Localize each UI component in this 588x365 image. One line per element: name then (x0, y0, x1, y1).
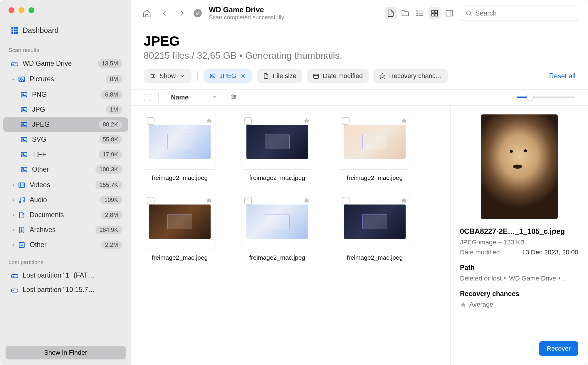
forward-button[interactable] (176, 7, 188, 19)
minimize-window-icon[interactable] (19, 7, 24, 13)
chevron-down-icon[interactable] (11, 77, 16, 81)
svg-rect-49 (435, 13, 438, 16)
close-window-icon[interactable] (9, 7, 14, 13)
svg-rect-8 (16, 32, 18, 33)
thumbnail-size-slider[interactable] (517, 97, 575, 98)
zoom-window-icon[interactable] (28, 7, 34, 13)
count-badge: 80,2K (99, 120, 122, 129)
file-card[interactable]: freimage2_mac.jpeg (339, 114, 411, 182)
sidebar-item-other[interactable]: Other 2,2M (3, 238, 128, 252)
svg-point-39 (13, 290, 14, 291)
view-grid-button[interactable] (429, 7, 441, 19)
file-checkbox[interactable] (244, 117, 252, 125)
sidebar-item-dashboard[interactable]: Dashboard (3, 21, 128, 40)
preview-meta: JPEG image – 123 KB (460, 239, 578, 246)
preview-date-value: 13 Dec 2023, 20:00 (522, 249, 578, 256)
view-files-button[interactable] (384, 7, 397, 19)
show-in-finder-button[interactable]: Show in Finder (6, 346, 126, 359)
select-all-checkbox[interactable] (144, 94, 151, 101)
svg-point-57 (151, 74, 152, 75)
file-checkbox[interactable] (342, 117, 350, 125)
back-button[interactable] (158, 7, 171, 19)
star-icon (460, 301, 466, 308)
star-icon[interactable] (401, 197, 408, 205)
sidebar-item-lost-partition-0[interactable]: Lost partition "1" (FAT… (3, 268, 128, 282)
star-icon[interactable] (206, 117, 213, 126)
recovery-chances-filter-button[interactable]: Recovery chanc… (373, 69, 448, 83)
file-card[interactable]: freimage2_mac.jpeg (339, 194, 411, 262)
star-icon[interactable] (401, 117, 408, 126)
svg-marker-78 (206, 197, 212, 203)
sidebar-item-jpeg[interactable]: JPEG 80,2K (3, 117, 128, 132)
svg-point-37 (13, 276, 14, 276)
sidebar-item-other[interactable]: Other 100,3K (3, 162, 128, 177)
sort-ascending-icon[interactable] (212, 94, 217, 101)
count-badge: 6,8M (101, 90, 122, 99)
file-checkbox[interactable] (244, 197, 252, 205)
reset-all-link[interactable]: Reset all (549, 72, 575, 80)
home-button[interactable] (141, 7, 153, 19)
file-name: freimage2_mac.jpeg (145, 254, 215, 262)
window-controls[interactable] (0, 0, 131, 20)
sidebar-section-lost-partitions: Lost partitions (0, 253, 131, 268)
file-card[interactable]: freimage2_mac.jpeg (241, 194, 313, 262)
sidebar-item-documents[interactable]: Documents 2,8M (3, 208, 128, 222)
svg-rect-7 (14, 32, 15, 33)
chip-label: JPEG (219, 72, 236, 80)
sidebar-item-label: Videos (30, 181, 50, 189)
count-badge: 8M (106, 75, 122, 83)
file-checkbox[interactable] (342, 197, 350, 205)
file-checkbox[interactable] (147, 197, 154, 205)
jpeg-filter-chip[interactable]: JPEG (204, 69, 252, 83)
file-card[interactable]: freimage2_mac.jpeg (241, 114, 313, 182)
recover-button[interactable]: Recover (539, 341, 578, 356)
svg-point-73 (234, 96, 236, 97)
star-icon[interactable] (206, 197, 213, 205)
sidebar-item-jpg[interactable]: JPG 1M (3, 102, 128, 117)
column-header-name[interactable]: Name (171, 94, 189, 101)
count-badge: 13,5M (98, 59, 122, 68)
sidebar-item-videos[interactable]: Videos 155,7K (3, 178, 128, 192)
sidebar-item-label: Lost partition "1" (FAT… (23, 271, 95, 279)
chevron-right-icon[interactable] (11, 183, 16, 187)
settings-icon[interactable] (230, 93, 237, 102)
sidebar-item-label: Other (32, 165, 49, 173)
sidebar-item-lost-partition-1[interactable]: Lost partition "10.15.7… (3, 283, 128, 297)
svg-point-72 (232, 95, 233, 96)
svg-rect-3 (11, 30, 13, 31)
search-field[interactable] (461, 6, 578, 21)
file-name: freimage2_mac.jpeg (145, 174, 215, 182)
sidebar-item-audio[interactable]: Audio 109K (3, 193, 128, 207)
image-icon (20, 91, 28, 99)
show-filter-button[interactable]: Show (144, 69, 191, 83)
preview-image (481, 114, 558, 219)
view-folders-button[interactable] (399, 7, 411, 19)
file-size-filter-button[interactable]: File size (257, 69, 303, 83)
chevron-right-icon[interactable] (11, 198, 16, 202)
chevron-right-icon[interactable] (11, 243, 16, 247)
sidebar-item-svg[interactable]: SVG 55,8K (3, 132, 128, 147)
svg-marker-81 (461, 302, 466, 307)
search-input[interactable] (475, 9, 574, 17)
star-icon[interactable] (303, 197, 310, 205)
slider-thumb[interactable] (527, 94, 534, 101)
file-card[interactable]: freimage2_mac.jpeg (144, 194, 216, 262)
file-thumbnail (149, 125, 211, 159)
sidebar-item-drive[interactable]: WD Game Drive 13,5M (3, 56, 128, 71)
chevron-right-icon[interactable] (11, 228, 16, 232)
image-icon (20, 121, 28, 129)
date-modified-filter-button[interactable]: Date modified (307, 69, 369, 83)
view-list-button[interactable] (414, 7, 426, 19)
svg-point-28 (19, 201, 21, 202)
file-checkbox[interactable] (147, 117, 154, 125)
svg-point-58 (153, 75, 154, 77)
file-card[interactable]: freimage2_mac.jpeg (144, 114, 216, 182)
sidebar-item-archives[interactable]: Archives 184,9K (3, 223, 128, 237)
close-icon[interactable] (240, 73, 246, 79)
star-icon[interactable] (303, 117, 310, 126)
sidebar-item-pictures[interactable]: Pictures 8M (3, 72, 128, 86)
sidebar-item-tiff[interactable]: TIFF 17,9K (3, 147, 128, 162)
sidebar-item-png[interactable]: PNG 6,8M (3, 87, 128, 102)
chevron-right-icon[interactable] (11, 213, 16, 217)
toggle-preview-panel-button[interactable] (443, 7, 456, 19)
